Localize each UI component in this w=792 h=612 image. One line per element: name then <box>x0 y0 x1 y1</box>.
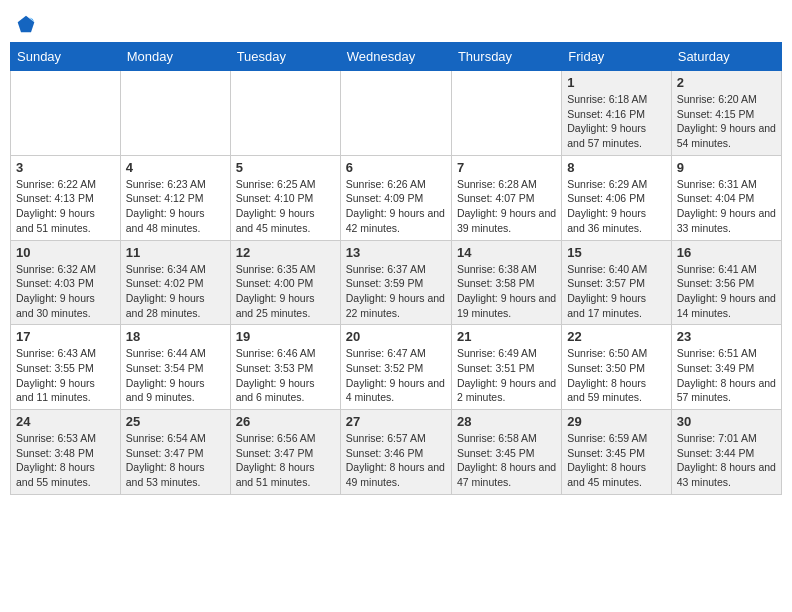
day-info: Sunrise: 6:50 AM Sunset: 3:50 PM Dayligh… <box>567 346 665 405</box>
calendar-cell: 28Sunrise: 6:58 AM Sunset: 3:45 PM Dayli… <box>451 410 561 495</box>
day-number: 23 <box>677 329 776 344</box>
calendar-cell <box>230 71 340 156</box>
logo <box>14 14 36 34</box>
day-number: 19 <box>236 329 335 344</box>
calendar-cell: 8Sunrise: 6:29 AM Sunset: 4:06 PM Daylig… <box>562 155 671 240</box>
day-number: 1 <box>567 75 665 90</box>
calendar-cell: 19Sunrise: 6:46 AM Sunset: 3:53 PM Dayli… <box>230 325 340 410</box>
weekday-header: Saturday <box>671 43 781 71</box>
day-info: Sunrise: 6:32 AM Sunset: 4:03 PM Dayligh… <box>16 262 115 321</box>
day-number: 15 <box>567 245 665 260</box>
calendar-cell: 25Sunrise: 6:54 AM Sunset: 3:47 PM Dayli… <box>120 410 230 495</box>
calendar-cell: 4Sunrise: 6:23 AM Sunset: 4:12 PM Daylig… <box>120 155 230 240</box>
calendar-cell: 30Sunrise: 7:01 AM Sunset: 3:44 PM Dayli… <box>671 410 781 495</box>
day-info: Sunrise: 6:56 AM Sunset: 3:47 PM Dayligh… <box>236 431 335 490</box>
calendar-week-row: 10Sunrise: 6:32 AM Sunset: 4:03 PM Dayli… <box>11 240 782 325</box>
day-number: 12 <box>236 245 335 260</box>
day-info: Sunrise: 6:34 AM Sunset: 4:02 PM Dayligh… <box>126 262 225 321</box>
day-info: Sunrise: 6:31 AM Sunset: 4:04 PM Dayligh… <box>677 177 776 236</box>
weekday-header: Tuesday <box>230 43 340 71</box>
weekday-header: Friday <box>562 43 671 71</box>
day-info: Sunrise: 6:25 AM Sunset: 4:10 PM Dayligh… <box>236 177 335 236</box>
calendar-cell: 21Sunrise: 6:49 AM Sunset: 3:51 PM Dayli… <box>451 325 561 410</box>
calendar-cell: 5Sunrise: 6:25 AM Sunset: 4:10 PM Daylig… <box>230 155 340 240</box>
day-number: 16 <box>677 245 776 260</box>
day-number: 27 <box>346 414 446 429</box>
calendar-week-row: 1Sunrise: 6:18 AM Sunset: 4:16 PM Daylig… <box>11 71 782 156</box>
day-info: Sunrise: 7:01 AM Sunset: 3:44 PM Dayligh… <box>677 431 776 490</box>
day-number: 26 <box>236 414 335 429</box>
day-number: 2 <box>677 75 776 90</box>
calendar-header-row: SundayMondayTuesdayWednesdayThursdayFrid… <box>11 43 782 71</box>
day-info: Sunrise: 6:44 AM Sunset: 3:54 PM Dayligh… <box>126 346 225 405</box>
day-number: 9 <box>677 160 776 175</box>
calendar-cell: 10Sunrise: 6:32 AM Sunset: 4:03 PM Dayli… <box>11 240 121 325</box>
day-info: Sunrise: 6:22 AM Sunset: 4:13 PM Dayligh… <box>16 177 115 236</box>
weekday-header: Monday <box>120 43 230 71</box>
day-info: Sunrise: 6:54 AM Sunset: 3:47 PM Dayligh… <box>126 431 225 490</box>
calendar-cell: 15Sunrise: 6:40 AM Sunset: 3:57 PM Dayli… <box>562 240 671 325</box>
day-number: 3 <box>16 160 115 175</box>
calendar-cell: 16Sunrise: 6:41 AM Sunset: 3:56 PM Dayli… <box>671 240 781 325</box>
day-info: Sunrise: 6:59 AM Sunset: 3:45 PM Dayligh… <box>567 431 665 490</box>
day-number: 10 <box>16 245 115 260</box>
day-info: Sunrise: 6:53 AM Sunset: 3:48 PM Dayligh… <box>16 431 115 490</box>
day-info: Sunrise: 6:40 AM Sunset: 3:57 PM Dayligh… <box>567 262 665 321</box>
calendar-cell: 27Sunrise: 6:57 AM Sunset: 3:46 PM Dayli… <box>340 410 451 495</box>
day-info: Sunrise: 6:47 AM Sunset: 3:52 PM Dayligh… <box>346 346 446 405</box>
calendar-cell: 23Sunrise: 6:51 AM Sunset: 3:49 PM Dayli… <box>671 325 781 410</box>
calendar-cell: 2Sunrise: 6:20 AM Sunset: 4:15 PM Daylig… <box>671 71 781 156</box>
day-number: 7 <box>457 160 556 175</box>
day-number: 20 <box>346 329 446 344</box>
day-number: 5 <box>236 160 335 175</box>
day-info: Sunrise: 6:43 AM Sunset: 3:55 PM Dayligh… <box>16 346 115 405</box>
calendar-cell <box>451 71 561 156</box>
day-info: Sunrise: 6:20 AM Sunset: 4:15 PM Dayligh… <box>677 92 776 151</box>
svg-marker-0 <box>18 16 35 33</box>
day-number: 24 <box>16 414 115 429</box>
page-header <box>10 10 782 34</box>
calendar-cell: 12Sunrise: 6:35 AM Sunset: 4:00 PM Dayli… <box>230 240 340 325</box>
day-info: Sunrise: 6:37 AM Sunset: 3:59 PM Dayligh… <box>346 262 446 321</box>
day-number: 21 <box>457 329 556 344</box>
day-number: 18 <box>126 329 225 344</box>
calendar-cell: 9Sunrise: 6:31 AM Sunset: 4:04 PM Daylig… <box>671 155 781 240</box>
calendar-week-row: 24Sunrise: 6:53 AM Sunset: 3:48 PM Dayli… <box>11 410 782 495</box>
calendar-cell: 1Sunrise: 6:18 AM Sunset: 4:16 PM Daylig… <box>562 71 671 156</box>
calendar-cell: 13Sunrise: 6:37 AM Sunset: 3:59 PM Dayli… <box>340 240 451 325</box>
calendar-cell: 20Sunrise: 6:47 AM Sunset: 3:52 PM Dayli… <box>340 325 451 410</box>
day-info: Sunrise: 6:58 AM Sunset: 3:45 PM Dayligh… <box>457 431 556 490</box>
day-info: Sunrise: 6:51 AM Sunset: 3:49 PM Dayligh… <box>677 346 776 405</box>
weekday-header: Thursday <box>451 43 561 71</box>
calendar-cell: 18Sunrise: 6:44 AM Sunset: 3:54 PM Dayli… <box>120 325 230 410</box>
calendar-cell <box>120 71 230 156</box>
calendar-cell: 14Sunrise: 6:38 AM Sunset: 3:58 PM Dayli… <box>451 240 561 325</box>
calendar-cell: 3Sunrise: 6:22 AM Sunset: 4:13 PM Daylig… <box>11 155 121 240</box>
day-info: Sunrise: 6:57 AM Sunset: 3:46 PM Dayligh… <box>346 431 446 490</box>
calendar-week-row: 3Sunrise: 6:22 AM Sunset: 4:13 PM Daylig… <box>11 155 782 240</box>
day-number: 17 <box>16 329 115 344</box>
day-info: Sunrise: 6:28 AM Sunset: 4:07 PM Dayligh… <box>457 177 556 236</box>
day-number: 13 <box>346 245 446 260</box>
calendar-cell: 17Sunrise: 6:43 AM Sunset: 3:55 PM Dayli… <box>11 325 121 410</box>
day-info: Sunrise: 6:26 AM Sunset: 4:09 PM Dayligh… <box>346 177 446 236</box>
day-number: 30 <box>677 414 776 429</box>
day-number: 22 <box>567 329 665 344</box>
calendar-cell: 22Sunrise: 6:50 AM Sunset: 3:50 PM Dayli… <box>562 325 671 410</box>
logo-icon <box>16 14 36 34</box>
calendar-table: SundayMondayTuesdayWednesdayThursdayFrid… <box>10 42 782 495</box>
calendar-cell: 24Sunrise: 6:53 AM Sunset: 3:48 PM Dayli… <box>11 410 121 495</box>
day-info: Sunrise: 6:49 AM Sunset: 3:51 PM Dayligh… <box>457 346 556 405</box>
weekday-header: Wednesday <box>340 43 451 71</box>
calendar-cell: 29Sunrise: 6:59 AM Sunset: 3:45 PM Dayli… <box>562 410 671 495</box>
calendar-cell: 26Sunrise: 6:56 AM Sunset: 3:47 PM Dayli… <box>230 410 340 495</box>
day-info: Sunrise: 6:38 AM Sunset: 3:58 PM Dayligh… <box>457 262 556 321</box>
day-number: 28 <box>457 414 556 429</box>
day-info: Sunrise: 6:35 AM Sunset: 4:00 PM Dayligh… <box>236 262 335 321</box>
day-number: 25 <box>126 414 225 429</box>
calendar-week-row: 17Sunrise: 6:43 AM Sunset: 3:55 PM Dayli… <box>11 325 782 410</box>
day-info: Sunrise: 6:18 AM Sunset: 4:16 PM Dayligh… <box>567 92 665 151</box>
day-info: Sunrise: 6:29 AM Sunset: 4:06 PM Dayligh… <box>567 177 665 236</box>
day-info: Sunrise: 6:23 AM Sunset: 4:12 PM Dayligh… <box>126 177 225 236</box>
day-number: 11 <box>126 245 225 260</box>
